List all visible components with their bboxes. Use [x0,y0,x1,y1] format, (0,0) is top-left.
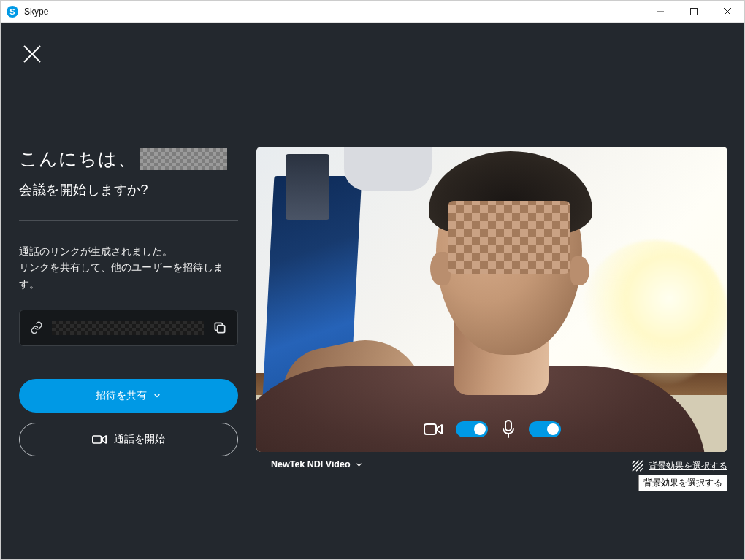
divider [19,220,238,221]
background-effect-icon [631,459,644,472]
link-info-line2: リンクを共有して、他のユーザーを招待します。 [19,261,224,289]
video-preview [256,147,727,452]
svg-line-17 [641,469,643,471]
share-invite-button[interactable]: 招待を共有 [19,379,238,413]
titlebar: S Skype [1,1,744,23]
window-title: Skype [24,7,48,17]
skype-logo-icon: S [7,6,18,18]
video-camera-icon [92,434,107,445]
chevron-down-icon [153,391,161,400]
call-link-value-redacted[interactable] [52,321,204,335]
svg-rect-11 [505,421,511,431]
left-panel: こんにちは、 会議を開始しますか? 通話のリンクが生成されました。 リンクを共有… [19,147,238,559]
link-icon [30,321,43,334]
svg-line-16 [633,461,635,463]
copy-link-button[interactable] [213,321,227,335]
camera-icon [424,422,443,437]
greeting-username-redacted [140,148,227,170]
background-effect-label: 背景効果を選択する [649,460,727,472]
face-redacted [448,201,570,274]
close-overlay-button[interactable] [23,45,42,64]
svg-rect-9 [424,424,436,434]
video-controls [256,420,727,439]
chevron-down-icon [355,461,363,469]
background-effect-tooltip: 背景効果を選択する [638,475,727,491]
microphone-toggle[interactable] [529,421,561,437]
skype-window: S Skype こんにちは、 会議を開始しますか? [0,0,745,560]
link-info-line1: 通話のリンクが生成されました。 [19,245,172,257]
window-maximize-button[interactable] [677,1,711,22]
microphone-icon [501,420,516,439]
svg-marker-8 [102,436,106,443]
svg-marker-10 [438,425,442,434]
camera-toggle[interactable] [456,421,488,437]
greeting: こんにちは、 [19,147,238,171]
below-video-bar: NewTek NDI Video [256,459,727,491]
video-preview-image [256,147,727,452]
link-info-text: 通話のリンクが生成されました。 リンクを共有して、他のユーザーを招待します。 [19,243,238,292]
start-call-label: 通話を開始 [114,433,165,446]
svg-rect-1 [691,8,698,15]
call-link-box [19,310,238,346]
start-call-button[interactable]: 通話を開始 [19,423,238,456]
window-close-button[interactable] [711,1,744,22]
window-minimize-button[interactable] [643,1,677,22]
camera-source-select[interactable]: NewTek NDI Video [271,459,363,469]
right-panel: NewTek NDI Video [256,147,727,559]
background-effect-button[interactable]: 背景効果を選択する [631,459,727,472]
share-invite-label: 招待を共有 [96,389,147,402]
camera-source-label: NewTek NDI Video [271,459,351,469]
greeting-hello: こんにちは、 [19,147,137,171]
svg-rect-6 [218,326,225,333]
app-body: こんにちは、 会議を開始しますか? 通話のリンクが生成されました。 リンクを共有… [1,23,744,559]
svg-rect-7 [93,436,102,443]
greeting-subtitle: 会議を開始しますか? [19,181,238,199]
